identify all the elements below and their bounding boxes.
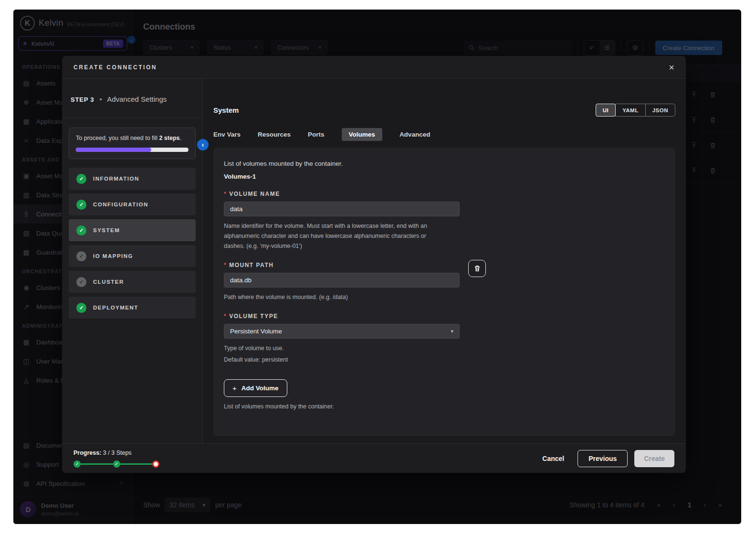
progress-alert-text: To proceed, you still need to fill 2 ste… (76, 135, 189, 141)
modal-title: CREATE CONNECTION (74, 64, 157, 71)
chevron-down-icon: ▾ (451, 328, 453, 334)
collapse-steps-button[interactable]: ‹ (197, 139, 209, 150)
modal-footer: Progress: 3 / 3 Steps ✓ ✓ Cancel Previou… (62, 443, 686, 473)
step-dot-complete: ✓ (74, 460, 81, 468)
step-cluster[interactable]: ✓CLUSTER (69, 271, 196, 293)
volume-type-label: *VOLUME TYPE (224, 313, 665, 320)
chevron-left-icon: ‹ (202, 141, 204, 149)
required-asterisk: * (224, 262, 227, 268)
bullet: • (100, 95, 102, 103)
required-asterisk: * (224, 191, 227, 197)
step-header: STEP 3 • Advanced Settings (62, 79, 202, 118)
step-list: ✓INFORMATION ✓CONFIGURATION ✓SYSTEM ✓IO … (69, 168, 196, 319)
volume-type-value: Persistent Volume (230, 328, 282, 335)
tab-env-vars[interactable]: Env Vars (213, 128, 241, 141)
add-volume-button[interactable]: + Add Volume (224, 379, 287, 397)
modal-header: CREATE CONNECTION × (62, 56, 686, 79)
create-button[interactable]: Create (634, 450, 674, 467)
volume-name-label: *VOLUME NAME (224, 191, 665, 197)
required-asterisk: * (224, 313, 227, 320)
volumes-form: List of volumes mounted by the container… (213, 148, 675, 436)
volume-group-title: Volumes-1 (224, 173, 665, 180)
create-connection-modal: CREATE CONNECTION × STEP 3 • Advanced Se… (62, 56, 686, 473)
mount-path-input[interactable] (224, 273, 460, 288)
progress-alert: To proceed, you still need to fill 2 ste… (69, 128, 196, 159)
tab-advanced[interactable]: Advanced (399, 128, 430, 141)
tab-resources[interactable]: Resources (258, 128, 291, 141)
step-number: STEP 3 (71, 96, 94, 103)
tab-volumes[interactable]: Volumes (342, 128, 382, 141)
volume-type-default: Default value: persistent (224, 355, 448, 365)
mount-path-label: *MOUNT PATH (224, 262, 665, 268)
check-circle-icon: ✓ (76, 200, 86, 210)
check-circle-icon: ✓ (76, 225, 86, 235)
step-configuration[interactable]: ✓CONFIGURATION (69, 193, 196, 215)
check-circle-icon: ✓ (76, 251, 86, 261)
step-connector (120, 463, 153, 465)
step-title: Advanced Settings (107, 95, 167, 103)
section-heading: System (213, 106, 239, 114)
volumes-footer-note: List of volumes mounted by the container… (224, 403, 665, 410)
check-circle-icon: ✓ (76, 303, 86, 313)
progress-stepper: ✓ ✓ (74, 460, 159, 468)
volume-name-field: *VOLUME NAME Name identifier for the vol… (224, 191, 665, 251)
mode-ui-button[interactable]: UI (596, 104, 616, 117)
step-system[interactable]: ✓SYSTEM (69, 219, 196, 241)
volume-name-help: Name identifier for the volume. Must sta… (224, 221, 448, 251)
step-connector (81, 463, 113, 465)
system-tabs: Env Vars Resources Ports Volumes Advance… (203, 128, 686, 141)
modal-actions: Cancel Previous Create (536, 450, 674, 467)
volume-type-select[interactable]: Persistent Volume ▾ (224, 324, 460, 339)
mount-path-field: *MOUNT PATH Path where the volume is mou… (224, 262, 665, 302)
step-io-mapping[interactable]: ✓IO MAPPING (69, 245, 196, 267)
cancel-button[interactable]: Cancel (536, 451, 571, 466)
app-window: K Kelvin BETA Environment (DEV) ‹ ★ Kelv… (13, 10, 741, 524)
volume-type-help: Type of volume to use. (224, 343, 448, 353)
wizard-steps-panel: STEP 3 • Advanced Settings To proceed, y… (62, 79, 203, 443)
tab-ports[interactable]: Ports (308, 128, 325, 141)
progress-text: Progress: 3 / 3 Steps (74, 449, 159, 456)
progress-bar-track (76, 148, 189, 152)
wizard-progress: Progress: 3 / 3 Steps ✓ ✓ (74, 449, 159, 468)
close-icon[interactable]: × (669, 63, 674, 72)
system-content: System UI YAML JSON Env Vars Resources P… (203, 79, 686, 443)
mount-path-help: Path where the volume is mounted. (e.g. … (224, 292, 448, 302)
check-circle-icon: ✓ (76, 277, 86, 287)
step-dot-current (152, 460, 159, 468)
step-information[interactable]: ✓INFORMATION (69, 168, 196, 190)
volume-name-input[interactable] (224, 202, 460, 216)
step-deployment[interactable]: ✓DEPLOYMENT (69, 297, 196, 319)
step-dot-complete: ✓ (113, 460, 120, 468)
check-circle-icon: ✓ (76, 174, 86, 184)
view-mode-switch: UI YAML JSON (596, 104, 675, 117)
remove-volume-button[interactable] (468, 260, 486, 277)
progress-bar-fill (76, 148, 151, 152)
previous-button[interactable]: Previous (578, 450, 628, 467)
plus-icon: + (232, 384, 237, 392)
volumes-description: List of volumes mounted by the container… (224, 160, 665, 167)
mode-yaml-button[interactable]: YAML (615, 104, 646, 117)
volume-type-field: *VOLUME TYPE Persistent Volume ▾ Type of… (224, 313, 665, 365)
mode-json-button[interactable]: JSON (645, 104, 675, 117)
